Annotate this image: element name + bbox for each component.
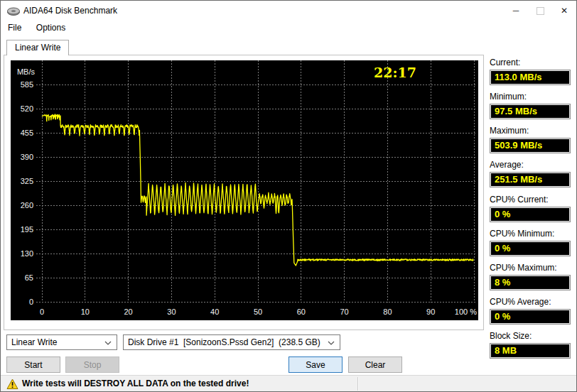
tab-label: Linear Write [15, 43, 60, 53]
stat-label: CPU% Current: [490, 195, 571, 205]
chevron-down-icon [328, 341, 335, 345]
stat-label: Block Size: [490, 331, 571, 342]
svg-text:40: 40 [210, 307, 219, 316]
clear-button[interactable]: Clear [348, 356, 402, 373]
stat-cpu-minimum: CPU% Minimum: 0 % [490, 229, 571, 256]
test-type-select[interactable]: Linear Write [6, 334, 117, 350]
stat-value: 0 % [490, 207, 570, 222]
benchmark-chart: 585520455390325260195130650MB/s010203040… [11, 60, 478, 320]
menu-options[interactable]: Options [31, 21, 71, 35]
svg-text:90: 90 [426, 307, 435, 316]
statusbar-separator [357, 377, 359, 391]
close-button[interactable]: ✕ [552, 1, 576, 21]
stat-value-box: 503.9 MB/s [490, 138, 571, 153]
svg-text:80: 80 [383, 307, 392, 316]
stat-value: 503.9 MB/s [490, 138, 570, 153]
window-controls: ─ ✕ [504, 1, 576, 21]
stats-panel: Current: 113.0 MB/s Minimum: 97.5 MB/s M… [490, 58, 571, 365]
stat-minimum: Minimum: 97.5 MB/s [490, 92, 571, 119]
svg-text:100 %: 100 % [455, 307, 477, 316]
stat-value: 97.5 MB/s [490, 104, 570, 119]
stat-current: Current: 113.0 MB/s [490, 58, 571, 85]
chart-canvas: 585520455390325260195130650MB/s010203040… [11, 60, 478, 320]
svg-text:325: 325 [21, 177, 33, 185]
svg-text:260: 260 [21, 201, 33, 209]
status-message: Write tests will DESTROY ALL DATA on the… [22, 376, 249, 392]
maximize-icon [536, 7, 544, 15]
svg-text:50: 50 [254, 307, 262, 316]
stat-label: Current: [490, 58, 571, 68]
stat-value-box: 97.5 MB/s [490, 104, 571, 119]
svg-text:70: 70 [340, 307, 348, 316]
drive-value: Disk Drive #1 [SonizoonS.Pssd Gen2] (238… [128, 335, 320, 349]
stat-cpu-maximum: CPU% Maximum: 8 % [490, 263, 571, 290]
svg-text:MB/s: MB/s [17, 67, 36, 76]
maximize-button [528, 1, 552, 21]
svg-text:65: 65 [25, 273, 33, 282]
test-type-value: Linear Write [11, 335, 57, 349]
svg-text:0: 0 [29, 298, 33, 306]
minimize-button[interactable]: ─ [504, 1, 528, 21]
stat-value-box: 0 % [490, 309, 571, 325]
svg-text:195: 195 [21, 225, 33, 234]
svg-text:60: 60 [297, 307, 306, 316]
stat-value: 8 % [490, 276, 570, 290]
drive-select[interactable]: Disk Drive #1 [SonizoonS.Pssd Gen2] (238… [123, 334, 340, 350]
stat-value: 251.5 MB/s [490, 173, 570, 187]
warning-icon [6, 379, 18, 390]
svg-text:22:17: 22:17 [374, 65, 416, 80]
app-icon [6, 4, 21, 17]
stat-value-box: 8 MB [490, 343, 571, 359]
svg-text:10: 10 [81, 307, 90, 316]
stat-label: Average: [490, 160, 571, 170]
stat-value: 8 MB [490, 344, 570, 358]
svg-text:0: 0 [40, 307, 44, 316]
stat-label: CPU% Maximum: [490, 263, 571, 273]
svg-text:20: 20 [124, 307, 132, 316]
menubar: File Options [1, 21, 576, 35]
save-button[interactable]: Save [288, 356, 343, 373]
stat-maximum: Maximum: 503.9 MB/s [490, 126, 571, 153]
stat-label: CPU% Minimum: [490, 229, 571, 239]
stat-value: 113.0 MB/s [490, 70, 570, 85]
stat-label: Maximum: [490, 126, 571, 136]
stat-value-box: 251.5 MB/s [490, 172, 571, 187]
stat-value: 0 % [490, 241, 570, 256]
stat-value-box: 113.0 MB/s [490, 70, 571, 85]
svg-text:455: 455 [21, 129, 33, 137]
stat-average: Average: 251.5 MB/s [490, 160, 571, 187]
stat-block-size: Block Size: 8 MB [490, 331, 571, 359]
menu-file[interactable]: File [2, 21, 27, 35]
stat-value-box: 0 % [490, 207, 571, 222]
stat-cpu-average: CPU% Average: 0 % [490, 297, 571, 325]
window-title: AIDA64 Disk Benchmark [23, 1, 117, 21]
stat-value-box: 0 % [490, 241, 571, 256]
stat-value: 0 % [490, 310, 570, 324]
stat-label: Minimum: [490, 92, 571, 102]
tab-linear-write[interactable]: Linear Write [6, 40, 69, 55]
svg-text:585: 585 [21, 80, 33, 89]
svg-text:30: 30 [167, 307, 176, 316]
svg-text:390: 390 [21, 153, 33, 161]
svg-text:520: 520 [21, 104, 33, 113]
stat-label: CPU% Average: [490, 297, 571, 307]
statusbar: Write tests will DESTROY ALL DATA on the… [1, 375, 576, 392]
stat-value-box: 8 % [490, 275, 571, 290]
titlebar: AIDA64 Disk Benchmark ─ ✕ [1, 1, 576, 21]
chevron-down-icon [104, 341, 112, 345]
start-button[interactable]: Start [6, 356, 60, 373]
svg-text:130: 130 [21, 249, 33, 258]
app-window: AIDA64 Disk Benchmark ─ ✕ File Options L… [0, 0, 577, 392]
stat-cpu-current: CPU% Current: 0 % [490, 195, 571, 222]
stop-button: Stop [65, 356, 119, 373]
